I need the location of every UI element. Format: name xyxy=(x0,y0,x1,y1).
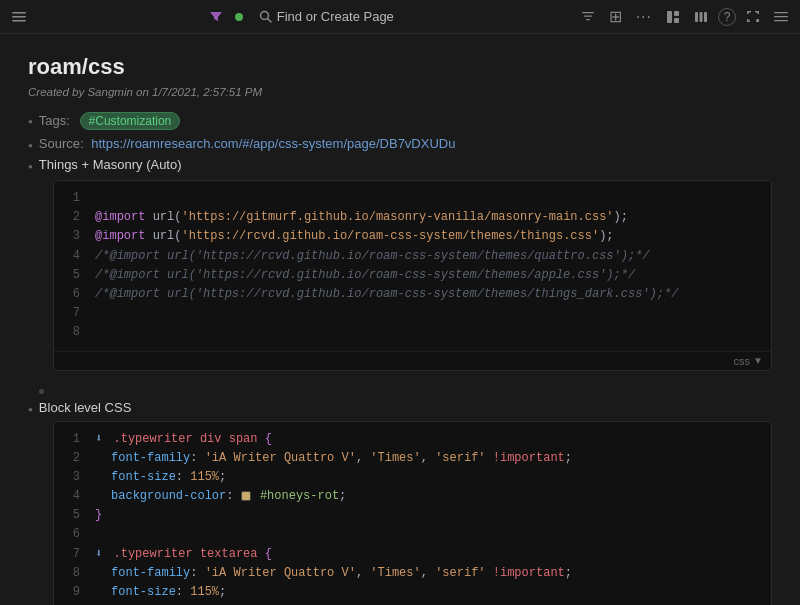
svg-rect-2 xyxy=(12,20,26,22)
svg-rect-13 xyxy=(704,12,707,22)
code-lang-1[interactable]: css ▼ xyxy=(734,355,763,367)
source-label: Source: xyxy=(39,136,84,151)
svg-rect-8 xyxy=(667,11,672,23)
help-icon[interactable]: ? xyxy=(718,8,736,26)
section2-content: Block level CSS 1 ⬇ .typewriter div span… xyxy=(39,400,772,606)
source-link[interactable]: https://roamresearch.com/#/app/css-syste… xyxy=(91,136,455,151)
bullet-dot-4: ● xyxy=(28,405,33,414)
search-text: Find or Create Page xyxy=(277,9,394,24)
search-bar[interactable]: Find or Create Page xyxy=(251,7,402,26)
page-meta: Created by Sangmin on 1/7/2021, 2:57:51 … xyxy=(28,86,772,98)
code-line: 6 /*@import url('https://rcvd.github.io/… xyxy=(64,285,761,304)
code-line: 3 font-size: 115%; xyxy=(64,468,761,487)
page-title: roam/css xyxy=(28,54,772,80)
tags-content: Tags: #Customization xyxy=(39,112,772,130)
grid-icon[interactable]: ⊞ xyxy=(605,7,626,27)
code-block-1: 1 2 @import url('https://gitmurf.github.… xyxy=(53,180,772,371)
code-content-1: 1 2 @import url('https://gitmurf.github.… xyxy=(54,181,771,351)
svg-rect-6 xyxy=(584,15,592,16)
code-line: 7 xyxy=(64,304,761,323)
section1-label: Things + Masonry (Auto) xyxy=(39,157,182,172)
svg-rect-10 xyxy=(674,18,679,23)
code-line: 7 ⬇ .typewriter textarea { xyxy=(64,545,761,564)
svg-rect-9 xyxy=(674,11,679,16)
svg-rect-1 xyxy=(12,16,26,18)
more-icon[interactable]: ··· xyxy=(632,7,656,27)
svg-rect-7 xyxy=(586,19,590,20)
tags-item: ● Tags: #Customization xyxy=(28,112,772,130)
section1-content: Things + Masonry (Auto) 1 2 @import url(… xyxy=(39,157,772,379)
code-line: 6 xyxy=(64,525,761,544)
code-line: 3 @import url('https://rcvd.github.io/ro… xyxy=(64,227,761,246)
bars-icon[interactable] xyxy=(690,8,712,26)
code-line: 4 background-color: #honeys-rot; xyxy=(64,487,761,506)
tag-chip[interactable]: #Customization xyxy=(80,112,181,130)
code-block-2: 1 ⬇ .typewriter div span { 2 font-family… xyxy=(53,421,772,606)
source-item: ● Source: https://roamresearch.com/#/app… xyxy=(28,136,772,151)
sidebar-toggle-icon[interactable] xyxy=(770,8,792,26)
bullet-dot-2: ● xyxy=(28,141,33,150)
filter2-icon[interactable] xyxy=(577,8,599,26)
code-line: 5 /*@import url('https://rcvd.github.io/… xyxy=(64,266,761,285)
code-line: 2 @import url('https://gitmurf.github.io… xyxy=(64,208,761,227)
bullet-dot: ● xyxy=(28,117,33,126)
code-line: 1 ⬇ .typewriter div span { xyxy=(64,430,761,449)
svg-rect-5 xyxy=(582,12,594,13)
svg-rect-12 xyxy=(700,12,703,22)
color-swatch xyxy=(241,491,251,501)
code-line: 4 /*@import url('https://rcvd.github.io/… xyxy=(64,247,761,266)
code-line: 1 xyxy=(64,189,761,208)
section1-item: ● Things + Masonry (Auto) 1 2 @import ur… xyxy=(28,157,772,379)
source-content: Source: https://roamresearch.com/#/app/c… xyxy=(39,136,772,151)
code-line: 9 font-size: 115%; xyxy=(64,583,761,602)
expand-icon[interactable] xyxy=(742,8,764,26)
section2-item: ● Block level CSS 1 ⬇ .typewriter div sp… xyxy=(28,400,772,606)
svg-rect-14 xyxy=(774,12,788,13)
topbar-left xyxy=(8,8,30,26)
svg-rect-15 xyxy=(774,16,788,17)
code-line: 8 xyxy=(64,323,761,342)
topbar-center: Find or Create Page xyxy=(36,7,571,26)
svg-rect-16 xyxy=(774,20,788,21)
svg-rect-0 xyxy=(12,12,26,14)
status-dot xyxy=(235,13,243,21)
svg-line-4 xyxy=(267,19,271,23)
code-line: 5 } xyxy=(64,506,761,525)
topbar: Find or Create Page ⊞ ··· xyxy=(0,0,800,34)
separator xyxy=(34,385,772,398)
code-content-2: 1 ⬇ .typewriter div span { 2 font-family… xyxy=(54,422,771,606)
code-footer-1: css ▼ xyxy=(54,351,771,370)
bullet-dot-3: ● xyxy=(28,162,33,171)
filter-icon[interactable] xyxy=(205,8,227,26)
menu-icon[interactable] xyxy=(8,8,30,26)
tags-label: Tags: xyxy=(39,113,70,128)
topbar-right: ⊞ ··· ? xyxy=(577,7,792,27)
code-line: 2 font-family: 'iA Writer Quattro V', 'T… xyxy=(64,449,761,468)
svg-rect-11 xyxy=(695,12,698,22)
main-content: roam/css Created by Sangmin on 1/7/2021,… xyxy=(0,34,800,605)
code-line: 8 font-family: 'iA Writer Quattro V', 'T… xyxy=(64,564,761,583)
separator-dot xyxy=(39,389,44,394)
layout-icon[interactable] xyxy=(662,8,684,26)
section2-label: Block level CSS xyxy=(39,400,131,415)
